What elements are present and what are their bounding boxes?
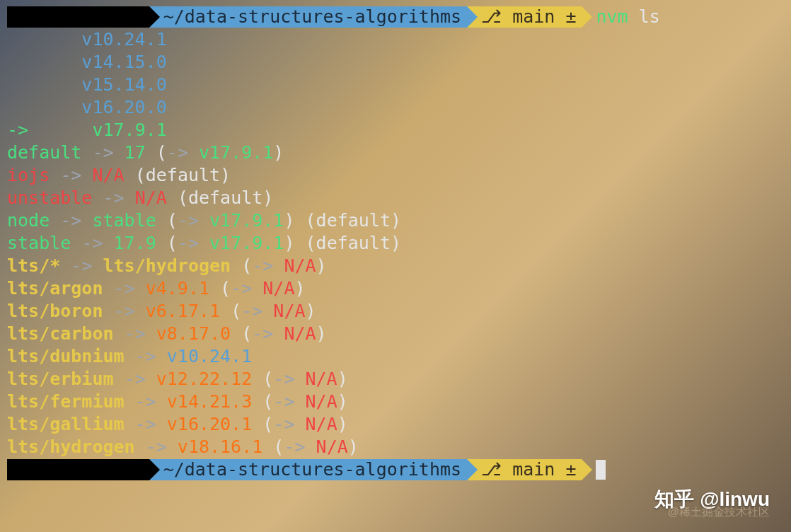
lts-carbon: lts/carbon -> v8.17.0 (-> N/A) <box>7 323 791 345</box>
command-input[interactable]: nvm ls <box>596 6 659 28</box>
terminal-output: ~/data-structures-algorithms ⎇ main ± nv… <box>0 0 791 481</box>
git-segment: ⎇ main ± <box>467 459 582 480</box>
path-segment: ~/data-structures-algorithms <box>149 459 467 480</box>
lts-hydrogen: lts/hydrogen -> v18.16.1 (-> N/A) <box>7 436 791 458</box>
watermark-sub: @稀土掘金技术社区 <box>668 501 770 524</box>
prompt-line-1: ~/data-structures-algorithms ⎇ main ± nv… <box>7 6 791 28</box>
lts-fermium: lts/fermium -> v14.21.3 (-> N/A) <box>7 391 791 413</box>
user-host-segment <box>7 459 149 480</box>
user-host-segment <box>7 6 149 28</box>
command-name: nvm <box>596 6 628 27</box>
prompt-line-2[interactable]: ~/data-structures-algorithms ⎇ main ± <box>7 458 791 481</box>
version-line: v14.15.0 <box>7 51 791 74</box>
lts-dubnium: lts/dubnium -> v10.24.1 <box>7 345 791 368</box>
version-line: v16.20.0 <box>7 96 791 119</box>
alias-iojs: iojs -> N/A (default) <box>7 164 791 187</box>
alias-node: node -> stable (-> v17.9.1) (default) <box>7 209 791 232</box>
git-segment: ⎇ main ± <box>467 6 582 28</box>
version-line: v15.14.0 <box>7 74 791 96</box>
current-version-line: -> v17.9.1 <box>7 119 791 141</box>
cursor-icon <box>596 460 606 480</box>
lts-erbium: lts/erbium -> v12.22.12 (-> N/A) <box>7 368 791 391</box>
alias-default: default -> 17 (-> v17.9.1) <box>7 141 791 164</box>
version-line: v10.24.1 <box>7 28 791 51</box>
lts-star: lts/* -> lts/hydrogen (-> N/A) <box>7 255 791 277</box>
alias-unstable: unstable -> N/A (default) <box>7 187 791 209</box>
lts-gallium: lts/gallium -> v16.20.1 (-> N/A) <box>7 413 791 436</box>
path-segment: ~/data-structures-algorithms <box>149 6 467 28</box>
command-arg: ls <box>639 6 660 27</box>
lts-boron: lts/boron -> v6.17.1 (-> N/A) <box>7 300 791 323</box>
alias-stable: stable -> 17.9 (-> v17.9.1) (default) <box>7 232 791 255</box>
lts-argon: lts/argon -> v4.9.1 (-> N/A) <box>7 277 791 300</box>
